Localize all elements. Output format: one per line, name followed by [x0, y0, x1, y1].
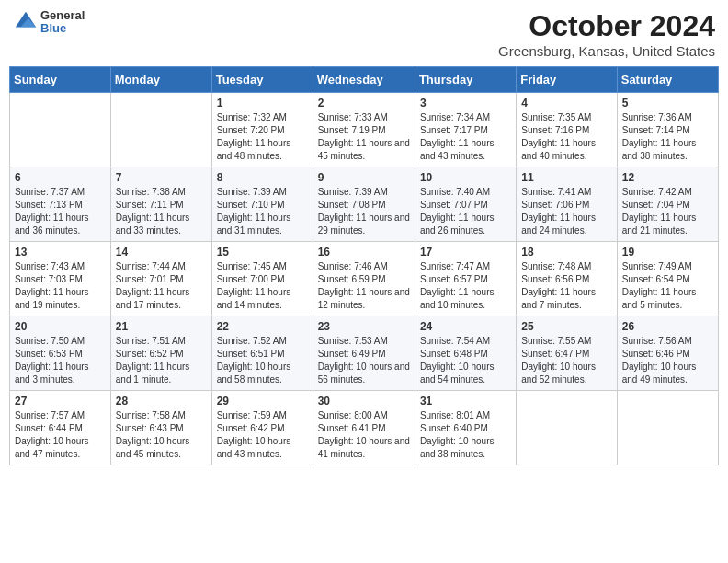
col-header-friday: Friday: [517, 67, 617, 93]
day-cell: 7Sunrise: 7:38 AMSunset: 7:11 PMDaylight…: [110, 167, 211, 242]
day-cell: 11Sunrise: 7:41 AMSunset: 7:06 PMDayligh…: [517, 167, 617, 242]
day-number: 2: [318, 97, 410, 109]
day-info: Sunrise: 7:48 AMSunset: 6:56 PMDaylight:…: [521, 260, 611, 312]
day-cell: 25Sunrise: 7:55 AMSunset: 6:47 PMDayligh…: [517, 316, 617, 391]
day-cell: 23Sunrise: 7:53 AMSunset: 6:49 PMDayligh…: [313, 316, 415, 391]
day-number: 13: [15, 246, 106, 259]
title-block: October 2024 Greensburg, Kansas, United …: [498, 9, 715, 59]
day-cell: 18Sunrise: 7:48 AMSunset: 6:56 PMDayligh…: [517, 242, 617, 316]
day-number: 25: [521, 320, 611, 333]
day-number: 31: [420, 395, 511, 408]
day-info: Sunrise: 7:38 AMSunset: 7:11 PMDaylight:…: [116, 186, 207, 237]
logo: General Blue: [13, 9, 85, 36]
day-cell: 14Sunrise: 7:44 AMSunset: 7:01 PMDayligh…: [110, 242, 211, 316]
day-cell: 9Sunrise: 7:39 AMSunset: 7:08 PMDaylight…: [313, 167, 415, 242]
day-number: 30: [318, 395, 410, 408]
day-cell: 10Sunrise: 7:40 AMSunset: 7:07 PMDayligh…: [415, 167, 516, 242]
col-header-thursday: Thursday: [415, 67, 516, 93]
day-info: Sunrise: 7:58 AMSunset: 6:43 PMDaylight:…: [116, 409, 207, 461]
day-cell: 8Sunrise: 7:39 AMSunset: 7:10 PMDaylight…: [211, 167, 313, 242]
day-cell: 12Sunrise: 7:42 AMSunset: 7:04 PMDayligh…: [617, 167, 718, 242]
week-row-2: 6Sunrise: 7:37 AMSunset: 7:13 PMDaylight…: [10, 167, 719, 242]
day-info: Sunrise: 7:50 AMSunset: 6:53 PMDaylight:…: [15, 335, 106, 386]
day-info: Sunrise: 7:45 AMSunset: 7:00 PMDaylight:…: [217, 260, 308, 312]
day-cell: 4Sunrise: 7:35 AMSunset: 7:16 PMDaylight…: [517, 93, 617, 167]
day-number: 1: [217, 97, 308, 109]
day-info: Sunrise: 7:42 AMSunset: 7:04 PMDaylight:…: [622, 186, 713, 237]
logo-icon: [13, 9, 39, 35]
day-cell: 17Sunrise: 7:47 AMSunset: 6:57 PMDayligh…: [415, 242, 516, 316]
week-row-4: 20Sunrise: 7:50 AMSunset: 6:53 PMDayligh…: [10, 316, 719, 391]
day-cell: [110, 93, 211, 167]
day-number: 24: [420, 320, 511, 333]
day-cell: [617, 391, 718, 465]
day-number: 22: [217, 320, 308, 333]
day-number: 19: [622, 246, 713, 259]
day-info: Sunrise: 8:00 AMSunset: 6:41 PMDaylight:…: [318, 409, 410, 461]
day-info: Sunrise: 7:43 AMSunset: 7:03 PMDaylight:…: [15, 260, 106, 312]
day-cell: 20Sunrise: 7:50 AMSunset: 6:53 PMDayligh…: [10, 316, 111, 391]
day-info: Sunrise: 7:47 AMSunset: 6:57 PMDaylight:…: [420, 260, 511, 312]
day-info: Sunrise: 7:55 AMSunset: 6:47 PMDaylight:…: [521, 335, 611, 386]
day-number: 8: [217, 171, 308, 184]
day-cell: 22Sunrise: 7:52 AMSunset: 6:51 PMDayligh…: [211, 316, 313, 391]
day-info: Sunrise: 7:44 AMSunset: 7:01 PMDaylight:…: [116, 260, 207, 312]
day-cell: 2Sunrise: 7:33 AMSunset: 7:19 PMDaylight…: [313, 93, 415, 167]
day-info: Sunrise: 8:01 AMSunset: 6:40 PMDaylight:…: [420, 409, 511, 461]
col-header-sunday: Sunday: [10, 67, 111, 93]
day-cell: 27Sunrise: 7:57 AMSunset: 6:44 PMDayligh…: [10, 391, 111, 465]
day-number: 10: [420, 171, 511, 184]
page-header: General Blue October 2024 Greensburg, Ka…: [9, 9, 719, 59]
day-cell: [10, 93, 111, 167]
day-number: 4: [521, 97, 611, 109]
day-cell: 16Sunrise: 7:46 AMSunset: 6:59 PMDayligh…: [313, 242, 415, 316]
day-cell: 5Sunrise: 7:36 AMSunset: 7:14 PMDaylight…: [617, 93, 718, 167]
day-info: Sunrise: 7:59 AMSunset: 6:42 PMDaylight:…: [217, 409, 308, 461]
day-number: 3: [420, 97, 511, 109]
col-header-saturday: Saturday: [617, 67, 718, 93]
day-cell: 31Sunrise: 8:01 AMSunset: 6:40 PMDayligh…: [415, 391, 516, 465]
day-number: 29: [217, 395, 308, 408]
day-number: 18: [521, 246, 611, 259]
day-number: 15: [217, 246, 308, 259]
day-info: Sunrise: 7:35 AMSunset: 7:16 PMDaylight:…: [521, 111, 611, 163]
day-info: Sunrise: 7:54 AMSunset: 6:48 PMDaylight:…: [420, 335, 511, 386]
day-info: Sunrise: 7:51 AMSunset: 6:52 PMDaylight:…: [116, 335, 207, 386]
day-info: Sunrise: 7:56 AMSunset: 6:46 PMDaylight:…: [622, 335, 713, 386]
day-number: 21: [116, 320, 207, 333]
day-cell: 3Sunrise: 7:34 AMSunset: 7:17 PMDaylight…: [415, 93, 516, 167]
day-number: 14: [116, 246, 207, 259]
day-cell: 21Sunrise: 7:51 AMSunset: 6:52 PMDayligh…: [110, 316, 211, 391]
calendar-header-row: SundayMondayTuesdayWednesdayThursdayFrid…: [10, 67, 719, 93]
logo-blue: Blue: [40, 22, 85, 35]
day-cell: 30Sunrise: 8:00 AMSunset: 6:41 PMDayligh…: [313, 391, 415, 465]
day-cell: [517, 391, 617, 465]
logo-text: General Blue: [40, 9, 85, 36]
day-info: Sunrise: 7:33 AMSunset: 7:19 PMDaylight:…: [318, 111, 410, 163]
day-cell: 6Sunrise: 7:37 AMSunset: 7:13 PMDaylight…: [10, 167, 111, 242]
day-info: Sunrise: 7:57 AMSunset: 6:44 PMDaylight:…: [15, 409, 106, 461]
week-row-1: 1Sunrise: 7:32 AMSunset: 7:20 PMDaylight…: [10, 93, 719, 167]
day-number: 6: [15, 171, 106, 184]
day-cell: 26Sunrise: 7:56 AMSunset: 6:46 PMDayligh…: [617, 316, 718, 391]
day-number: 5: [622, 97, 713, 109]
logo-general: General: [40, 9, 85, 22]
day-number: 27: [15, 395, 106, 408]
col-header-monday: Monday: [110, 67, 211, 93]
day-info: Sunrise: 7:49 AMSunset: 6:54 PMDaylight:…: [622, 260, 713, 312]
day-number: 9: [318, 171, 410, 184]
day-info: Sunrise: 7:32 AMSunset: 7:20 PMDaylight:…: [217, 111, 308, 163]
col-header-tuesday: Tuesday: [211, 67, 313, 93]
day-info: Sunrise: 7:37 AMSunset: 7:13 PMDaylight:…: [15, 186, 106, 237]
day-info: Sunrise: 7:39 AMSunset: 7:08 PMDaylight:…: [318, 186, 410, 237]
day-info: Sunrise: 7:40 AMSunset: 7:07 PMDaylight:…: [420, 186, 511, 237]
day-number: 20: [15, 320, 106, 333]
col-header-wednesday: Wednesday: [313, 67, 415, 93]
day-cell: 1Sunrise: 7:32 AMSunset: 7:20 PMDaylight…: [211, 93, 313, 167]
day-cell: 24Sunrise: 7:54 AMSunset: 6:48 PMDayligh…: [415, 316, 516, 391]
day-info: Sunrise: 7:34 AMSunset: 7:17 PMDaylight:…: [420, 111, 511, 163]
day-cell: 13Sunrise: 7:43 AMSunset: 7:03 PMDayligh…: [10, 242, 111, 316]
day-info: Sunrise: 7:53 AMSunset: 6:49 PMDaylight:…: [318, 335, 410, 386]
day-info: Sunrise: 7:36 AMSunset: 7:14 PMDaylight:…: [622, 111, 713, 163]
day-info: Sunrise: 7:39 AMSunset: 7:10 PMDaylight:…: [217, 186, 308, 237]
